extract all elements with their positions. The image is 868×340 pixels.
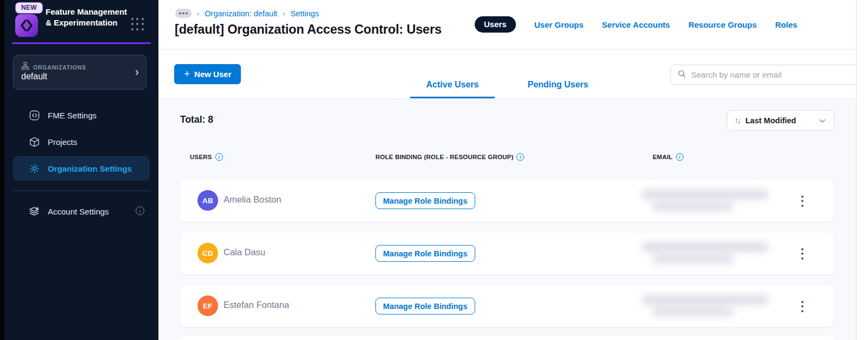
manage-role-bindings-button[interactable]: Manage Role Bindings: [375, 298, 475, 314]
sort-dropdown-value: Last Modified: [745, 116, 814, 125]
plus-icon: +: [184, 68, 190, 80]
sidebar-item-label: FME Settings: [48, 111, 97, 120]
column-header-role-binding: ROLE BINDING (ROLE - RESOURCE GROUP)i: [375, 153, 524, 161]
breadcrumb: › Organization: default › Settings: [175, 9, 319, 18]
access-control-tabs: Users User Groups Service Accounts Resou…: [475, 16, 797, 33]
manage-role-bindings-button[interactable]: Manage Role Bindings: [375, 245, 475, 262]
user-name: Estefan Fontana: [224, 300, 289, 310]
tab-resource-groups[interactable]: Resource Groups: [688, 20, 757, 29]
avatar: CD: [197, 243, 218, 263]
email-redacted: [636, 291, 777, 321]
chevron-right-icon: ›: [135, 65, 139, 80]
sidebar-item-label: Organization Settings: [48, 164, 132, 173]
app-window: NEW Feature Management & Experimentation: [0, 0, 868, 340]
breadcrumb-link-settings[interactable]: Settings: [291, 9, 319, 18]
page-header: › Organization: default › Settings [defa…: [158, 0, 856, 49]
org-selector-value: default: [21, 72, 47, 81]
sidebar: NEW Feature Management & Experimentation: [4, 0, 158, 340]
sidebar-item-projects[interactable]: Projects: [13, 129, 150, 154]
sidebar-nav: FME Settings Projects Or: [4, 101, 158, 225]
chevron-right-icon: ›: [283, 9, 285, 17]
window-right-gutter: [856, 0, 868, 340]
table-row: CD Cala Dasu Manage Role Bindings: [180, 232, 834, 274]
account-settings-layers-icon: [28, 205, 40, 217]
email-redacted: [636, 238, 777, 268]
organization-selector[interactable]: ORGANIZATIONS default ›: [13, 55, 146, 90]
kebab-menu-icon[interactable]: [797, 193, 807, 209]
avatar: EF: [197, 295, 218, 316]
search-icon: [678, 70, 686, 80]
search-input[interactable]: [691, 70, 851, 79]
sidebar-divider: [13, 191, 150, 191]
kebab-menu-icon[interactable]: [797, 298, 807, 314]
toolbar: + New User Active Users Pending Users: [158, 50, 856, 98]
new-user-button[interactable]: + New User: [174, 64, 241, 84]
tab-user-groups[interactable]: User Groups: [534, 20, 584, 29]
org-selector-label: ORGANIZATIONS: [33, 64, 86, 71]
sidebar-item-organization-settings[interactable]: Organization Settings: [13, 156, 150, 181]
chevron-down-icon: [819, 116, 826, 125]
users-list-panel: Total: 8 ↑↓ Last Modified USERSi ROLE BI…: [158, 98, 856, 340]
chevron-right-icon: ›: [197, 9, 199, 17]
sidebar-item-label: Account Settings: [48, 207, 109, 216]
column-header-email: EMAILi: [653, 153, 684, 161]
tab-roles[interactable]: Roles: [775, 20, 797, 29]
product-title: Feature Management & Experimentation: [46, 7, 130, 28]
manage-role-bindings-button[interactable]: Manage Role Bindings: [375, 192, 475, 209]
info-icon[interactable]: i: [516, 153, 524, 161]
tab-pending-users[interactable]: Pending Users: [511, 80, 604, 98]
table-row: AB Amelia Boston Manage Role Bindings: [180, 180, 834, 222]
sidebar-item-fme-settings[interactable]: FME Settings: [13, 103, 150, 128]
projects-cube-icon: [28, 136, 40, 148]
table-header-row: USERSi ROLE BINDING (ROLE - RESOURCE GRO…: [158, 153, 856, 163]
info-icon[interactable]: i: [215, 153, 223, 161]
sort-arrows-icon: ↑↓: [735, 116, 740, 125]
total-count: Total: 8: [180, 114, 213, 125]
user-name: Cala Dasu: [224, 247, 265, 257]
org-hierarchy-icon: [21, 62, 29, 72]
sidebar-item-label: Projects: [48, 137, 77, 147]
page-title: [default] Organization Access Control: U…: [175, 22, 442, 37]
table-row: EF Estefan Fontana Manage Role Bindings: [180, 285, 834, 327]
info-icon[interactable]: i: [676, 153, 684, 161]
user-name: Amelia Boston: [224, 194, 281, 205]
main-panel: › Organization: default › Settings [defa…: [158, 0, 856, 340]
email-redacted: [636, 185, 777, 216]
new-user-button-label: New User: [194, 70, 231, 79]
breadcrumb-ellipsis-icon[interactable]: [175, 9, 192, 18]
table-row-partial: [180, 336, 834, 340]
gear-icon: [28, 163, 40, 174]
info-icon[interactable]: i: [136, 206, 144, 215]
sort-dropdown[interactable]: ↑↓ Last Modified: [727, 110, 834, 131]
kebab-menu-icon[interactable]: [797, 245, 807, 262]
app-switcher-grid-icon[interactable]: [131, 18, 144, 31]
product-logo-icon: [15, 14, 38, 37]
screen-edge-strip: [0, 0, 4, 340]
tab-service-accounts[interactable]: Service Accounts: [602, 20, 670, 29]
header-accent-divider: [12, 42, 151, 44]
breadcrumb-link-organization[interactable]: Organization: default: [205, 9, 277, 18]
search-box: [671, 65, 856, 85]
tab-active-users[interactable]: Active Users: [410, 80, 495, 98]
avatar: AB: [197, 190, 218, 211]
sidebar-item-account-settings[interactable]: Account Settings i: [13, 199, 150, 224]
fme-settings-icon: [28, 110, 40, 121]
new-badge: NEW: [15, 2, 43, 14]
tab-users[interactable]: Users: [475, 16, 516, 33]
column-header-users: USERSi: [190, 153, 223, 161]
